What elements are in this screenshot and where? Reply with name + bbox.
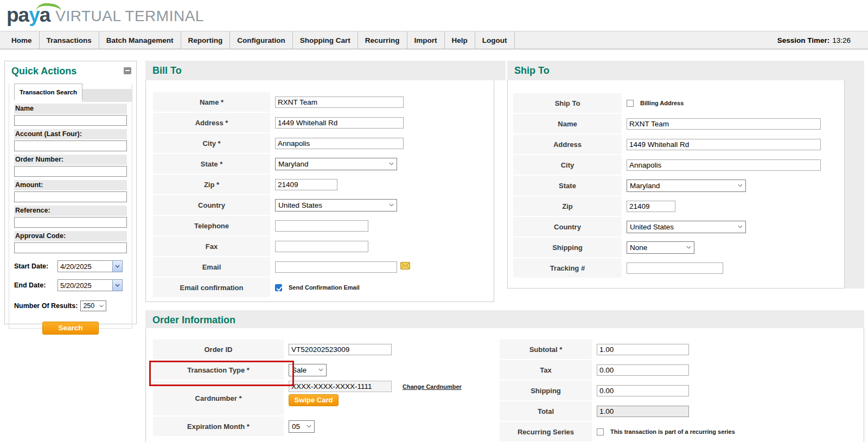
bill-to-state-select[interactable]: Maryland <box>275 158 397 170</box>
end-date-chevron-down-icon[interactable] <box>112 279 123 291</box>
bill-to-row-fax: Fax <box>153 236 494 256</box>
order-information-panel: Order ID Transaction Type * Sale Cardnum… <box>145 328 864 442</box>
ship-to-country-select[interactable]: United States <box>627 221 746 233</box>
nav-item-reporting[interactable]: Reporting <box>181 31 231 49</box>
order-info-row-expiration-month: Expiration Month * 05 <box>153 417 499 436</box>
ship-to-city-input[interactable] <box>627 159 821 171</box>
order-info-row-total: Total <box>500 401 735 421</box>
nav-item-home[interactable]: Home <box>4 31 40 49</box>
results-label: Number Of Results: <box>14 302 78 310</box>
recurring-series-checkbox[interactable] <box>597 428 604 435</box>
bill-to-city-input[interactable] <box>275 138 404 149</box>
bill-to-row-email: Email <box>153 257 494 277</box>
nav-item-shopping-cart[interactable]: Shopping Cart <box>293 31 358 49</box>
paya-logo: paya <box>7 4 50 27</box>
bill-to-name-input[interactable] <box>275 97 404 108</box>
shipping-input[interactable] <box>597 385 689 396</box>
nav-item-help[interactable]: Help <box>445 31 475 49</box>
search-name-input[interactable] <box>14 115 127 126</box>
start-date-row: Start Date: <box>14 260 127 272</box>
nav-item-batch-management[interactable]: Batch Management <box>99 31 181 49</box>
search-reference-input[interactable] <box>14 217 127 228</box>
virtual-terminal-page: paya VIRTUAL TERMINAL Home Transactions … <box>0 0 868 442</box>
ship-to-state-select[interactable]: Maryland <box>627 180 746 192</box>
ship-to-row-country: Country United States <box>515 217 844 236</box>
tax-input[interactable] <box>597 364 689 376</box>
field-label: Transaction Type * <box>153 360 284 380</box>
ship-to-title: Ship To <box>507 61 864 80</box>
bill-to-fax-input[interactable] <box>275 241 368 252</box>
search-button[interactable]: Search <box>42 322 99 335</box>
ship-to-shipping-select[interactable]: None <box>627 241 694 254</box>
bill-to-row-email-confirmation: Email confirmation Send Confirmation Ema… <box>153 278 494 297</box>
swipe-card-button[interactable]: Swipe Card <box>289 394 339 406</box>
field-label: City <box>513 155 622 175</box>
start-date-input[interactable] <box>58 260 112 272</box>
change-cardnumber-link[interactable]: Change Cardnumber <box>403 383 462 390</box>
transaction-search-box: Transaction Search Name Account (Last Fo… <box>9 84 132 329</box>
order-id-input[interactable] <box>289 344 392 355</box>
chevron-down-icon <box>738 184 743 187</box>
field-label: Name * <box>153 92 270 112</box>
bill-to-zip-input[interactable] <box>275 179 337 190</box>
search-approval-code-input[interactable] <box>14 242 127 253</box>
field-label: Recurring Series <box>500 422 592 441</box>
chevron-down-icon <box>307 425 311 428</box>
ship-to-right-strip <box>845 80 864 289</box>
nav-item-transactions[interactable]: Transactions <box>40 31 99 49</box>
ship-to-row-name: Name <box>515 114 844 133</box>
collapse-minus-icon[interactable] <box>124 67 131 74</box>
ship-to-name-input[interactable] <box>627 118 821 130</box>
bill-to-address-input[interactable] <box>275 117 404 129</box>
nav-item-logout[interactable]: Logout <box>475 31 515 49</box>
order-info-row-subtotal: Subtotal * <box>500 339 735 359</box>
send-confirmation-checkbox[interactable] <box>275 284 282 291</box>
field-label: Tracking # <box>513 258 622 278</box>
field-label: Address <box>513 134 622 154</box>
ship-to-zip-input[interactable] <box>627 201 675 212</box>
order-info-row-tax: Tax <box>500 360 735 380</box>
main-nav: Home Transactions Batch Management Repor… <box>0 31 868 49</box>
results-select[interactable]: 250 <box>80 300 106 311</box>
field-label: State <box>513 176 622 195</box>
bill-to-email-input[interactable] <box>275 261 397 273</box>
bill-to-country-select[interactable]: United States <box>275 199 397 212</box>
end-date-input[interactable] <box>58 279 112 291</box>
send-confirmation-label: Send Confirmation Email <box>289 284 360 291</box>
ship-to-row-address: Address <box>515 134 844 154</box>
expiration-month-select[interactable]: 05 <box>289 420 315 433</box>
session-timer-label: Session Timer: <box>777 36 830 44</box>
search-amount-label: Amount: <box>14 180 127 190</box>
nav-item-recurring[interactable]: Recurring <box>358 31 407 49</box>
envelope-icon[interactable] <box>400 262 410 272</box>
session-timer: Session Timer: 13:26 <box>777 31 868 49</box>
tab-transaction-search[interactable]: Transaction Search <box>14 84 82 100</box>
nav-item-configuration[interactable]: Configuration <box>230 31 292 49</box>
bill-to-telephone-input[interactable] <box>275 220 368 232</box>
end-date-row: End Date: <box>14 279 127 291</box>
bill-to-row-telephone: Telephone <box>153 216 494 235</box>
ship-to-address-input[interactable] <box>627 139 821 150</box>
start-date-chevron-down-icon[interactable] <box>112 260 123 272</box>
ship-to-tracking-input[interactable] <box>627 262 723 274</box>
search-amount-input[interactable] <box>14 191 127 202</box>
quick-actions-title: Quick Actions <box>11 66 76 77</box>
field-label: Ship To <box>513 93 622 113</box>
bill-to-row-city: City * <box>153 133 494 153</box>
subtotal-input[interactable] <box>597 344 689 355</box>
search-reference-label: Reference: <box>14 206 127 216</box>
billing-address-label: Billing Address <box>640 100 684 106</box>
billing-address-checkbox[interactable] <box>627 100 634 107</box>
transaction-type-select[interactable]: Sale <box>289 364 327 376</box>
search-account-input[interactable] <box>14 140 127 151</box>
field-label: Total <box>500 401 592 421</box>
tab-strip-filler <box>82 89 132 102</box>
cardnumber-input[interactable] <box>289 381 392 392</box>
field-label: Country <box>513 217 622 236</box>
order-info-row-cardnumber: Cardnumber * Change Cardnumber Swipe Car… <box>153 381 499 415</box>
field-label: Cardnumber * <box>153 381 284 415</box>
nav-item-import[interactable]: Import <box>407 31 445 49</box>
search-order-number-input[interactable] <box>14 166 127 177</box>
field-label: Fax <box>153 236 270 256</box>
bill-to-title: Bill To <box>145 61 506 80</box>
